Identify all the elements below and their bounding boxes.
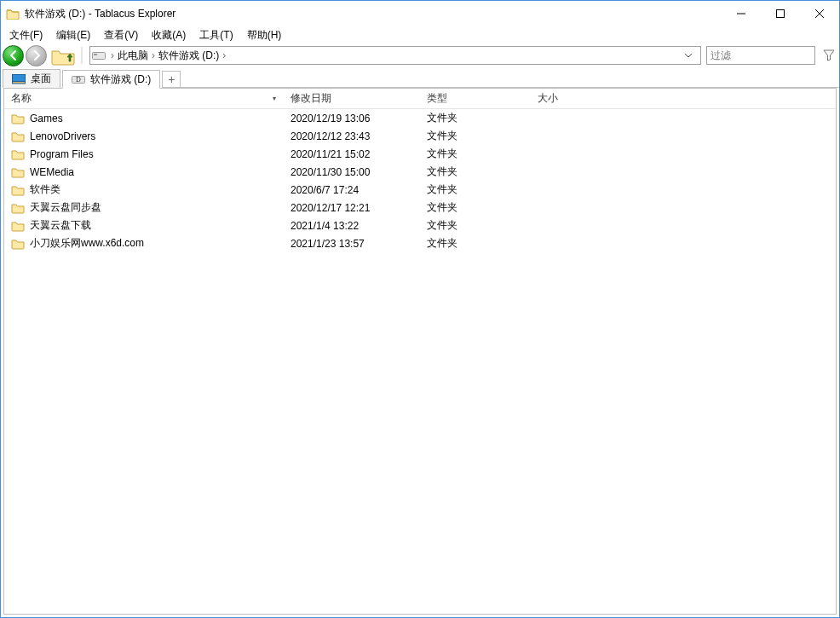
- chevron-down-icon: [685, 52, 692, 59]
- file-type: 文件夹: [420, 165, 531, 179]
- menu-tools[interactable]: 工具(T): [194, 27, 238, 43]
- nav-forward-button[interactable]: [26, 45, 47, 66]
- menu-edit[interactable]: 编辑(E): [51, 27, 95, 43]
- folder-icon: [11, 130, 25, 142]
- file-list[interactable]: Games2020/12/19 13:06文件夹LenovoDrivers202…: [4, 109, 836, 614]
- up-folder-button[interactable]: [49, 44, 78, 66]
- address-dropdown[interactable]: [685, 52, 699, 59]
- table-row[interactable]: Program Files2020/11/21 15:02文件夹: [4, 145, 836, 163]
- sort-indicator-icon: ▾: [273, 95, 276, 102]
- file-type: 文件夹: [420, 182, 531, 197]
- close-button[interactable]: [800, 1, 839, 26]
- toolbar-separator: [79, 44, 84, 66]
- file-type: 文件夹: [420, 147, 531, 161]
- plus-icon: +: [168, 73, 175, 85]
- file-name: Program Files: [30, 148, 94, 160]
- tab-strip: 桌面 D 软件游戏 (D:) +: [1, 67, 839, 88]
- maximize-button[interactable]: [761, 1, 800, 26]
- svg-rect-0: [777, 10, 785, 18]
- crumb-root[interactable]: 此电脑: [118, 49, 148, 63]
- file-list-pane: 名称 ▾ 修改日期 类型 大小 Games2020/12/19 13:06文件夹…: [3, 88, 837, 615]
- toolbar: › 此电脑 › 软件游戏 (D:) ›: [1, 43, 839, 67]
- svg-rect-2: [94, 54, 97, 55]
- breadcrumb: › 此电脑 › 软件游戏 (D:) ›: [109, 49, 227, 63]
- file-name: LenovoDrivers: [30, 130, 95, 142]
- chevron-right-icon: ›: [221, 49, 227, 61]
- menubar: 文件(F) 编辑(E) 查看(V) 收藏(A) 工具(T) 帮助(H): [1, 26, 839, 43]
- col-header-size[interactable]: 大小: [531, 89, 616, 108]
- address-bar[interactable]: › 此电脑 › 软件游戏 (D:) ›: [89, 46, 701, 65]
- column-headers: 名称 ▾ 修改日期 类型 大小: [4, 89, 836, 109]
- window-controls: [722, 1, 839, 26]
- arrow-right-icon: [31, 49, 43, 61]
- tab-drive-d[interactable]: D 软件游戏 (D:): [62, 70, 160, 89]
- folder-icon: [11, 166, 25, 178]
- menu-favorites[interactable]: 收藏(A): [147, 27, 191, 43]
- titlebar[interactable]: 软件游戏 (D:) - Tablacus Explorer: [1, 1, 839, 26]
- file-date: 2020/11/21 15:02: [284, 148, 420, 160]
- file-type: 文件夹: [420, 236, 531, 251]
- file-date: 2021/1/4 13:22: [284, 220, 420, 232]
- svg-rect-4: [13, 81, 26, 84]
- file-name: 天翼云盘同步盘: [30, 200, 101, 215]
- folder-icon: [11, 220, 25, 232]
- folder-icon: [11, 238, 25, 250]
- svg-rect-1: [93, 53, 106, 60]
- file-name: WEMedia: [30, 166, 74, 178]
- tab-label: 桌面: [31, 72, 51, 86]
- minimize-icon: [737, 9, 745, 18]
- table-row[interactable]: LenovoDrivers2020/12/12 23:43文件夹: [4, 127, 836, 145]
- col-header-name[interactable]: 名称 ▾: [4, 89, 284, 108]
- drive-icon: [92, 50, 106, 61]
- file-date: 2020/12/12 23:43: [284, 130, 420, 142]
- file-name: Games: [30, 113, 63, 124]
- table-row[interactable]: 软件类2020/6/7 17:24文件夹: [4, 181, 836, 199]
- file-type: 文件夹: [420, 218, 531, 233]
- filter-funnel-button[interactable]: [820, 46, 837, 65]
- arrow-left-icon: [8, 49, 20, 61]
- nav-back-button[interactable]: [3, 45, 24, 66]
- file-date: 2020/11/30 15:00: [284, 166, 420, 178]
- file-date: 2020/12/19 13:06: [284, 113, 420, 124]
- tab-label: 软件游戏 (D:): [90, 72, 151, 87]
- col-header-date[interactable]: 修改日期: [284, 89, 420, 108]
- folder-up-icon: [50, 45, 76, 66]
- chevron-right-icon: ›: [109, 49, 116, 61]
- filter-input[interactable]: [711, 49, 811, 61]
- menu-help[interactable]: 帮助(H): [242, 27, 287, 43]
- menu-view[interactable]: 查看(V): [99, 27, 143, 43]
- folder-icon: [11, 202, 25, 214]
- col-header-type[interactable]: 类型: [420, 89, 531, 108]
- file-type: 文件夹: [420, 111, 531, 125]
- file-date: 2020/6/7 17:24: [284, 184, 420, 196]
- crumb-drive[interactable]: 软件游戏 (D:): [158, 49, 219, 63]
- chevron-right-icon: ›: [150, 49, 157, 61]
- folder-icon: [11, 148, 25, 160]
- file-date: 2020/12/17 12:21: [284, 202, 420, 214]
- file-name: 小刀娱乐网www.x6d.com: [30, 236, 144, 251]
- file-type: 文件夹: [420, 200, 531, 215]
- table-row[interactable]: 小刀娱乐网www.x6d.com2021/1/23 13:57文件夹: [4, 234, 836, 252]
- menu-file[interactable]: 文件(F): [4, 27, 48, 43]
- window-title: 软件游戏 (D:) - Tablacus Explorer: [25, 7, 175, 21]
- svg-text:D: D: [76, 76, 81, 84]
- file-name: 软件类: [30, 182, 60, 197]
- table-row[interactable]: WEMedia2020/11/30 15:00文件夹: [4, 163, 836, 181]
- window-folder-icon: [6, 8, 20, 20]
- funnel-icon: [823, 49, 835, 61]
- filter-box[interactable]: [706, 46, 815, 65]
- tab-desktop[interactable]: 桌面: [3, 69, 60, 88]
- folder-icon: [11, 184, 25, 196]
- folder-icon: [11, 113, 25, 124]
- file-date: 2021/1/23 13:57: [284, 238, 420, 250]
- table-row[interactable]: 天翼云盘同步盘2020/12/17 12:21文件夹: [4, 199, 836, 217]
- minimize-button[interactable]: [722, 1, 761, 26]
- table-row[interactable]: 天翼云盘下载2021/1/4 13:22文件夹: [4, 217, 836, 234]
- new-tab-button[interactable]: +: [162, 71, 181, 88]
- table-row[interactable]: Games2020/12/19 13:06文件夹: [4, 109, 836, 127]
- desktop-icon: [12, 74, 26, 84]
- app-window: 软件游戏 (D:) - Tablacus Explorer 文件(F) 编辑(E…: [0, 0, 840, 618]
- file-name: 天翼云盘下载: [30, 218, 91, 233]
- maximize-icon: [776, 9, 785, 18]
- file-type: 文件夹: [420, 129, 531, 143]
